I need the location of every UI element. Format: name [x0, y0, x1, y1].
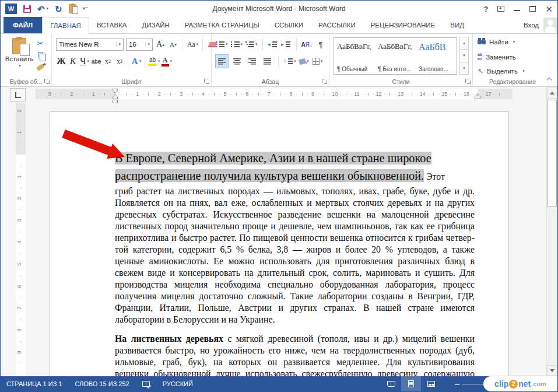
paragraph-dialog-launcher[interactable]: [322, 79, 327, 84]
underline-button[interactable]: Ч: [79, 55, 90, 68]
align-center-button[interactable]: [231, 55, 243, 68]
shading-button[interactable]: [299, 55, 310, 68]
styles-more-button[interactable]: ▼: [459, 62, 469, 75]
tab-дизайн[interactable]: ДИЗАЙН: [135, 17, 177, 33]
grow-font-button[interactable]: А: [155, 38, 166, 51]
font-dialog-launcher[interactable]: [204, 79, 209, 84]
redo-button[interactable]: ↻: [55, 5, 62, 13]
tab-главная[interactable]: ГЛАВНАЯ: [42, 17, 89, 34]
scroll-down-button[interactable]: [547, 365, 557, 376]
customize-qat-button[interactable]: [83, 6, 88, 12]
copy-button[interactable]: [38, 52, 43, 58]
font-color-button[interactable]: А: [162, 55, 173, 68]
proofing-status-icon[interactable]: [142, 381, 150, 387]
doc-line[interactable]: В Европе, Северной Америке, Азии и в наш…: [115, 149, 475, 167]
scroll-up-button[interactable]: [547, 88, 557, 99]
doc-line[interactable]: получения мицелия достаточно сложный. Та…: [115, 290, 475, 302]
bullets-button[interactable]: [216, 38, 228, 51]
shrink-font-button[interactable]: А: [168, 38, 178, 51]
print-layout-button[interactable]: [401, 376, 421, 391]
vertical-ruler[interactable]: 21123456789: [16, 103, 26, 377]
doc-line[interactable]: ильмовые, граб, бук), на которых он разв…: [115, 356, 475, 368]
font-size-combo[interactable]: 16▾: [126, 38, 153, 51]
read-mode-button[interactable]: [381, 376, 401, 391]
zoom-out-button[interactable]: –: [455, 376, 459, 391]
sort-button[interactable]: АЯ↓: [301, 38, 313, 51]
zoom-slider[interactable]: [462, 384, 486, 384]
doc-line[interactable]: ценные аминокислоты. Ее можно использова…: [115, 256, 475, 267]
align-left-button[interactable]: [216, 55, 228, 68]
document-text[interactable]: В Европе, Северной Америке, Азии и в наш…: [115, 149, 475, 376]
superscript-button[interactable]: х2: [114, 55, 125, 68]
align-right-button[interactable]: [246, 55, 258, 68]
maximize-button[interactable]: [529, 6, 536, 12]
chevron-down-icon[interactable]: ▾: [145, 42, 150, 47]
left-indent-marker[interactable]: [113, 100, 118, 103]
style-card[interactable]: АаБбВЗаголово...: [416, 38, 457, 74]
doc-line[interactable]: лиственных пород значительно проще и деш…: [115, 220, 475, 232]
borders-button[interactable]: [313, 55, 323, 68]
justify-button[interactable]: [261, 55, 273, 68]
cut-button[interactable]: ✂: [37, 40, 44, 47]
doc-line[interactable]: свежем виде и консервировать на длительн…: [115, 267, 475, 279]
collapse-ribbon-button[interactable]: [547, 77, 552, 82]
strikethrough-button[interactable]: abe: [91, 55, 101, 68]
ribbon-display-options-button[interactable]: [497, 6, 504, 12]
style-card[interactable]: АаБбВвГг,¶ Без инте...: [375, 38, 416, 74]
doc-line[interactable]: лаборатории в Белоруссии и на Украине.: [115, 314, 475, 326]
bold-button[interactable]: Ж: [56, 55, 66, 68]
tab-stop-selector[interactable]: [10, 88, 26, 102]
style-card[interactable]: АаБбВвГг,¶ Обычный: [334, 38, 375, 74]
tab-вид[interactable]: ВИД: [443, 17, 472, 33]
replace-button[interactable]: abacЗаменить: [478, 53, 516, 61]
language-indicator[interactable]: РУССКИЙ: [163, 380, 193, 387]
tab-вставка[interactable]: ВСТАВКА: [89, 17, 135, 33]
doc-line[interactable]: неприхотлива и быстро растет. По пищевой…: [115, 232, 475, 244]
doc-line[interactable]: вешенки обыкновенной лучше использовать …: [115, 368, 475, 376]
doc-line[interactable]: производства мицелия необходима специаль…: [115, 279, 475, 290]
format-painter-button[interactable]: [36, 64, 44, 71]
subscript-button[interactable]: х2: [103, 55, 113, 68]
chevron-down-icon[interactable]: ▾: [116, 42, 121, 47]
save-button[interactable]: [23, 5, 31, 13]
document-area[interactable]: В Европе, Северной Америке, Азии и в наш…: [1, 87, 557, 376]
doc-line[interactable]: той категории, содержит 6,5 % белка, 3,8…: [115, 244, 475, 256]
select-button[interactable]: ↖Выделить: [478, 68, 525, 75]
doc-line[interactable]: На лиственных деревьях с мягкой древесин…: [115, 333, 475, 345]
tab-file[interactable]: ФАЙЛ: [3, 17, 42, 33]
paste-qat-button[interactable]: [69, 4, 76, 13]
styles-scroll-up-button[interactable]: ▲: [459, 37, 469, 50]
change-case-button[interactable]: Аа: [187, 38, 198, 51]
avatar[interactable]: [543, 18, 557, 33]
highlight-color-button[interactable]: ab: [148, 55, 160, 68]
tab-разметка-страницы[interactable]: РАЗМЕТКА СТРАНИЦЫ: [177, 17, 267, 33]
italic-button[interactable]: К: [68, 55, 78, 68]
paste-button[interactable]: Вставить: [5, 38, 33, 68]
vertical-scrollbar[interactable]: [546, 88, 557, 376]
web-layout-button[interactable]: [421, 376, 441, 391]
word-logo-icon[interactable]: W: [5, 4, 17, 14]
line-spacing-button[interactable]: [283, 55, 296, 68]
text-effects-button[interactable]: А: [131, 55, 142, 68]
multilevel-list-button[interactable]: [245, 38, 258, 51]
increase-indent-button[interactable]: [281, 38, 292, 51]
sign-in-link[interactable]: Вход: [524, 22, 543, 29]
doc-line[interactable]: древесных субстратах. Искусственное разв…: [115, 209, 475, 220]
font-name-combo[interactable]: Times New R▾: [56, 38, 124, 51]
word-count-indicator[interactable]: СЛОВО 15 ИЗ 252: [75, 380, 129, 387]
styles-dialog-launcher[interactable]: [465, 79, 471, 84]
styles-scroll-down-button[interactable]: ▼: [459, 49, 469, 62]
doc-line[interactable]: распространение получила культура вешенк…: [115, 167, 475, 186]
help-button[interactable]: ?: [483, 5, 488, 13]
doc-line[interactable]: Появляется он на пнях, вал еже, ослаблен…: [115, 197, 475, 209]
doc-line[interactable]: развивается быстро, но урожайность его н…: [115, 345, 475, 356]
close-button[interactable]: ✕: [545, 5, 553, 13]
horizontal-ruler[interactable]: 3211234567891011121314151617: [36, 89, 513, 99]
tab-ссылки[interactable]: ССЫЛКИ: [267, 17, 311, 33]
minimize-button[interactable]: [514, 10, 520, 11]
undo-button[interactable]: ↶: [37, 5, 48, 13]
tab-рецензирование[interactable]: РЕЦЕНЗИРОВАНИЕ: [363, 17, 443, 33]
scrollbar-thumb[interactable]: [548, 100, 557, 206]
page-indicator[interactable]: СТРАНИЦА 1 ИЗ 1: [6, 380, 62, 387]
find-button[interactable]: Найти: [478, 38, 515, 46]
